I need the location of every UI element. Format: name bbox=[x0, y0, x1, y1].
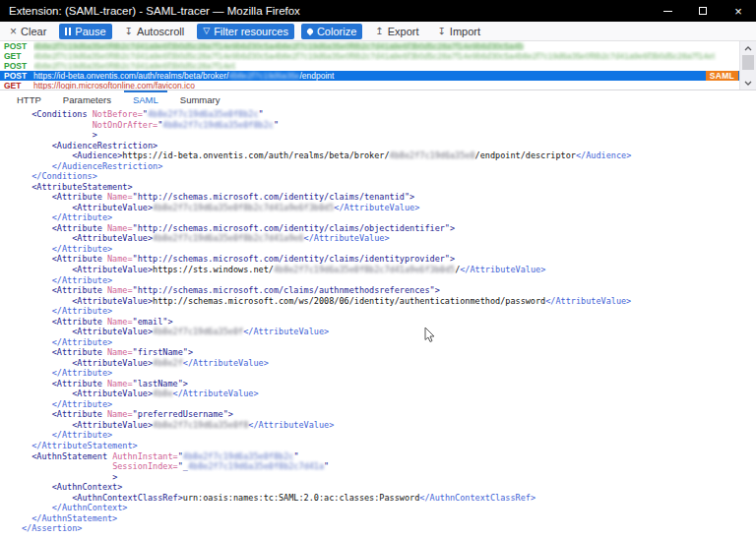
saml-badge: SAML bbox=[706, 71, 738, 81]
request-row[interactable]: GET4b8e2f7c19d6a35e0f8b2c7d41a9e6f3b0d5c… bbox=[0, 51, 739, 61]
url-cell: 4b8e2f7c19d6a35e0f8b2c7d41a9e6f3b0d5c28a… bbox=[33, 61, 739, 71]
xml-line: <AttributeValue>4b8e</AttributeValue> bbox=[22, 389, 756, 399]
toolbar: ×ClearPause↧Autoscroll▽Filter resourcesC… bbox=[0, 22, 756, 41]
pause-icon bbox=[65, 28, 71, 35]
request-row[interactable]: GEThttps://login.microsoftonline.com/fav… bbox=[0, 81, 739, 90]
xml-line: SessionIndex="_4b8e2f7c19d6a35e0f8b2c7d4… bbox=[22, 461, 756, 472]
xml-line: </Attribute> bbox=[22, 212, 756, 223]
request-row[interactable]: POSThttps://id-beta.onventis.com/auth/re… bbox=[0, 71, 739, 81]
scroll-down-button[interactable] bbox=[740, 77, 756, 89]
redacted-url-segment: 4b8e2f7c19d6a35e0f8b2c7d41a9e6f3b0d5c28a… bbox=[33, 42, 524, 51]
xml-line: </AuthnContext> bbox=[22, 503, 756, 513]
maximize-icon bbox=[699, 7, 707, 15]
pause-button[interactable]: Pause bbox=[59, 24, 111, 39]
clear-x-icon: × bbox=[10, 26, 17, 37]
arrow-down-bar-icon: ↧ bbox=[437, 27, 445, 36]
chevron-down-icon bbox=[744, 81, 752, 86]
arrow-down-bar-icon: ↧ bbox=[125, 27, 133, 36]
colorize-button[interactable]: Colorize bbox=[301, 24, 362, 39]
redacted-url-segment: 4b8e2f7c19d6a35e0f bbox=[228, 72, 299, 81]
xml-line: <AttributeValue>http://schemas.microsoft… bbox=[22, 296, 756, 307]
redacted-url-segment: 4b8e2f7c19d6a35e0f8b2c7d41a9e6f3b0d5c28a… bbox=[33, 62, 235, 71]
xml-line: </Conditions> bbox=[22, 171, 756, 182]
maximize-button[interactable] bbox=[685, 0, 721, 22]
funnel-icon: ▽ bbox=[203, 27, 210, 35]
xml-line: <Attribute Name="http://schemas.microsof… bbox=[22, 192, 756, 203]
tab-parameters[interactable]: Parameters bbox=[52, 90, 122, 108]
xml-viewer: <Conditions NotBefore="4b8e2f7c19d6a35e0… bbox=[0, 108, 756, 538]
button-label: Colorize bbox=[317, 26, 356, 37]
method-cell: GET bbox=[0, 51, 33, 61]
method-cell: POST bbox=[0, 71, 33, 81]
filter-button[interactable]: ▽Filter resources bbox=[197, 24, 294, 39]
xml-line: </Assertion> bbox=[22, 523, 756, 534]
chevron-up-icon bbox=[744, 46, 752, 51]
xml-line: > bbox=[22, 130, 756, 141]
autoscroll-button[interactable]: ↧Autoscroll bbox=[119, 24, 191, 39]
xml-line: <AuthnContext> bbox=[22, 482, 756, 493]
redacted-url-segment: 4b8e2f7c19d6a35e0f8b2c7d41a9e6f3b0d5c28a… bbox=[33, 52, 715, 61]
import-button[interactable]: ↧Import bbox=[431, 24, 486, 39]
window-titlebar: Extension: (SAML-tracer) - SAML-tracer —… bbox=[0, 0, 756, 22]
button-label: Autoscroll bbox=[137, 26, 184, 37]
xml-line: <AttributeValue>https://sts.windows.net/… bbox=[22, 265, 756, 275]
button-label: Filter resources bbox=[214, 26, 288, 37]
tab-http[interactable]: HTTP bbox=[6, 90, 52, 108]
xml-line: <Attribute Name="http://schemas.microsof… bbox=[22, 285, 756, 296]
url-cell: 4b8e2f7c19d6a35e0f8b2c7d41a9e6f3b0d5c28a… bbox=[33, 41, 739, 51]
request-list: POST4b8e2f7c19d6a35e0f8b2c7d41a9e6f3b0d5… bbox=[0, 41, 756, 90]
method-cell: POST bbox=[0, 41, 33, 51]
xml-line: <AudienceRestriction> bbox=[22, 141, 756, 151]
close-button[interactable]: × bbox=[721, 0, 756, 22]
xml-line: <AttributeValue>4b8e2f7c19d6a35e0f8b2c7d… bbox=[22, 233, 756, 244]
detail-tabbar: HTTPParametersSAMLSummary bbox=[0, 90, 756, 108]
xml-line: <AuthnContextClassRef>urn:oasis:names:tc… bbox=[22, 493, 756, 504]
minimize-icon bbox=[663, 11, 672, 12]
request-row[interactable]: POST4b8e2f7c19d6a35e0f8b2c7d41a9e6f3b0d5… bbox=[0, 61, 739, 71]
xml-line: <Attribute Name="http://schemas.microsof… bbox=[22, 223, 756, 234]
xml-line: </Attribute> bbox=[22, 399, 756, 410]
scrollbar[interactable] bbox=[739, 41, 756, 90]
arrow-up-bar-icon: ↥ bbox=[375, 27, 383, 36]
xml-line: > bbox=[22, 472, 756, 483]
window-controls: × bbox=[650, 0, 756, 22]
method-cell: GET bbox=[0, 81, 33, 90]
xml-line: <Conditions NotBefore="4b8e2f7c19d6a35e0… bbox=[22, 109, 756, 120]
scroll-up-button[interactable] bbox=[740, 42, 756, 54]
url-cell: 4b8e2f7c19d6a35e0f8b2c7d41a9e6f3b0d5c28a… bbox=[33, 51, 739, 61]
xml-line: <Audience>https://id-beta.onventis.com/a… bbox=[22, 150, 756, 161]
xml-line: <AttributeValue>4b8e2f7c19d6a35e0f8</Att… bbox=[22, 420, 756, 431]
url-cell: https://id-beta.onventis.com/auth/realms… bbox=[33, 71, 739, 81]
xml-line: <AttributeValue>4b8e2f</AttributeValue> bbox=[22, 358, 756, 369]
close-icon: × bbox=[734, 5, 742, 18]
scroll-thumb[interactable] bbox=[742, 55, 754, 70]
xml-line: </Attribute> bbox=[22, 306, 756, 317]
xml-line: <Attribute Name="email"> bbox=[22, 317, 756, 328]
xml-line: <AttributeValue>4b8e2f7c19d6a35e0f</Attr… bbox=[22, 327, 756, 337]
xml-line: </Attribute> bbox=[22, 244, 756, 255]
xml-line: <AttributeStatement> bbox=[22, 182, 756, 193]
window-title: Extension: (SAML-tracer) - SAML-tracer —… bbox=[0, 5, 650, 17]
export-button[interactable]: ↥Export bbox=[369, 24, 424, 39]
xml-line: <Attribute Name="http://schemas.microsof… bbox=[22, 254, 756, 265]
request-row[interactable]: POST4b8e2f7c19d6a35e0f8b2c7d41a9e6f3b0d5… bbox=[0, 41, 739, 51]
xml-line: <Attribute Name="lastName"> bbox=[22, 379, 756, 389]
xml-line: </Attribute> bbox=[22, 430, 756, 441]
xml-line: NotOnOrAfter="4b8e2f7c19d6a35e0f8b2c" bbox=[22, 120, 756, 131]
button-label: Export bbox=[388, 26, 419, 37]
minimize-button[interactable] bbox=[650, 0, 685, 22]
xml-line: <Attribute Name="firstName"> bbox=[22, 347, 756, 358]
tab-saml[interactable]: SAML bbox=[122, 90, 169, 108]
xml-line: <AttributeValue>4b8e2f7c19d6a35e0f8b2c7d… bbox=[22, 203, 756, 213]
url-cell: https://login.microsoftonline.com/favico… bbox=[33, 81, 739, 90]
clear-button[interactable]: ×Clear bbox=[4, 24, 52, 39]
droplet-icon bbox=[307, 29, 313, 34]
xml-line: </Attribute> bbox=[22, 337, 756, 348]
button-label: Import bbox=[450, 26, 480, 37]
xml-line: </AudienceRestriction> bbox=[22, 161, 756, 172]
xml-line: </Attribute> bbox=[22, 368, 756, 379]
tab-summary[interactable]: Summary bbox=[169, 90, 231, 108]
xml-line: </AttributeStatement> bbox=[22, 441, 756, 451]
xml-line: </Attribute> bbox=[22, 275, 756, 286]
xml-line: </AuthnStatement> bbox=[22, 513, 756, 524]
